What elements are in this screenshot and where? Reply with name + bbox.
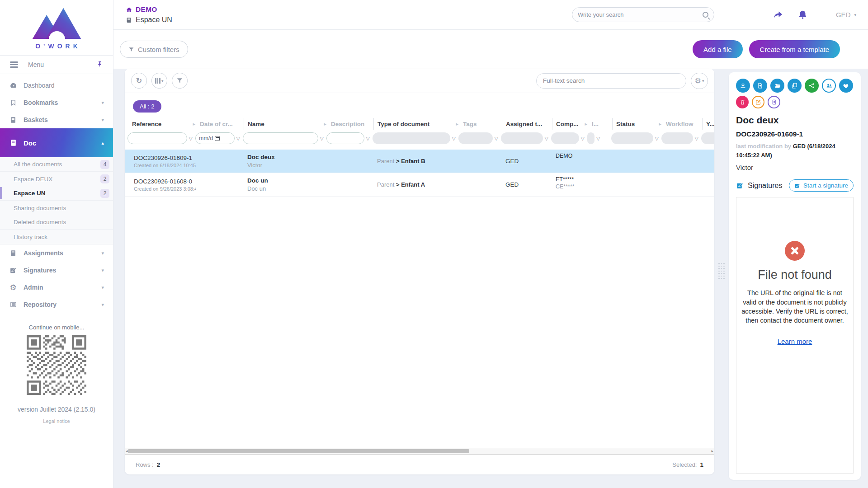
- create-from-template-button[interactable]: Create from a template: [749, 40, 840, 58]
- document-actions: [736, 79, 854, 108]
- dashboard-icon: [9, 81, 17, 89]
- column-header-company[interactable]: Comp...▸: [552, 118, 588, 130]
- sidebar-item-signatures[interactable]: Signatures ▾: [0, 262, 113, 279]
- refresh-button[interactable]: ↻: [131, 73, 147, 89]
- row-created: Created on 6/18/2024 10:45:22 AM: [134, 163, 196, 168]
- search-icon[interactable]: [703, 12, 708, 18]
- sidebar-item-history-track[interactable]: History track: [0, 230, 113, 244]
- add-file-button[interactable]: Add a file: [693, 40, 743, 58]
- download-icon: [740, 82, 746, 89]
- expand-icon[interactable]: ▸: [456, 121, 459, 127]
- expand-icon[interactable]: ▸: [324, 121, 327, 127]
- users-icon: [826, 82, 833, 89]
- sidebar-item-baskets[interactable]: Baskets ▾: [0, 111, 113, 128]
- filter-funnel-icon[interactable]: ▽: [596, 136, 600, 141]
- row-name: Doc un: [247, 177, 327, 184]
- column-header-i[interactable]: I...: [588, 118, 612, 130]
- sidebar-item-all-documents[interactable]: All the documents 4: [0, 157, 113, 172]
- column-header-description[interactable]: Description: [327, 118, 373, 130]
- share-nodes-icon: [808, 82, 815, 89]
- workspace: ↻ ▾ ⚙ ▾ All : 2 Reference▸ Date of cr...…: [113, 69, 868, 488]
- filter-disabled-status: [611, 132, 653, 144]
- sidebar-item-dashboard[interactable]: Dashboard: [0, 77, 113, 94]
- filter-input-reference[interactable]: [127, 132, 187, 144]
- menu-toggle[interactable]: Menu: [0, 55, 113, 74]
- favorite-button[interactable]: [839, 79, 853, 93]
- legal-notice-link[interactable]: Legal notice: [0, 418, 113, 424]
- scroll-left-arrow[interactable]: ◂: [126, 449, 128, 453]
- start-signature-button[interactable]: Start a signature: [789, 179, 854, 192]
- horizontal-scrollbar[interactable]: ◂ ▸: [125, 448, 714, 455]
- expand-icon[interactable]: ▸: [585, 121, 588, 127]
- filter-funnel-icon[interactable]: ▽: [189, 136, 193, 141]
- table-settings-button[interactable]: ⚙ ▾: [691, 73, 708, 89]
- doc-icon: [9, 139, 17, 147]
- panel-resize-handle[interactable]: [718, 263, 725, 279]
- filter-funnel-icon[interactable]: ▽: [695, 136, 698, 141]
- sidebar-item-espace-un[interactable]: Espace UN 2: [0, 186, 113, 201]
- open-folder-button[interactable]: [770, 79, 784, 93]
- expand-icon[interactable]: ▸: [659, 121, 662, 127]
- filter-funnel-icon[interactable]: ▽: [545, 136, 548, 141]
- filter-funnel-icon[interactable]: ▽: [366, 136, 370, 141]
- top-right-controls: GED ▾: [572, 7, 868, 22]
- download-button[interactable]: [736, 79, 750, 93]
- filter-button[interactable]: [172, 73, 188, 89]
- calendar-icon[interactable]: [215, 136, 220, 141]
- copy-button[interactable]: [788, 79, 802, 93]
- filter-input-description[interactable]: [326, 132, 364, 144]
- scroll-right-arrow[interactable]: ▸: [711, 449, 713, 453]
- breadcrumb: DEMO Espace UN: [113, 5, 172, 24]
- scrollbar-thumb[interactable]: [128, 449, 469, 453]
- sidebar-item-deleted-documents[interactable]: Deleted documents: [0, 215, 113, 230]
- pin-icon[interactable]: [96, 61, 103, 69]
- filter-funnel-icon[interactable]: ▽: [581, 136, 585, 141]
- column-header-date[interactable]: Date of cr...: [196, 118, 244, 130]
- column-header-status[interactable]: Status▸: [612, 118, 662, 130]
- column-header-workflow[interactable]: Workflow: [662, 118, 702, 130]
- global-search[interactable]: [572, 7, 714, 22]
- filter-funnel-icon[interactable]: ▽: [320, 136, 324, 141]
- learn-more-link[interactable]: Learn more: [778, 338, 812, 345]
- columns-button[interactable]: ▾: [151, 73, 167, 89]
- sidebar-item-sharing-documents[interactable]: Sharing documents: [0, 201, 113, 215]
- sidebar-item-repository[interactable]: Repository ▾: [0, 296, 113, 313]
- column-header-reference[interactable]: Reference▸: [128, 118, 196, 130]
- sidebar-item-admin[interactable]: ⚙ Admin ▾: [0, 279, 113, 296]
- delete-button[interactable]: [736, 96, 749, 108]
- custom-filters-button[interactable]: Custom filters: [120, 41, 188, 58]
- filter-funnel-icon[interactable]: ▽: [495, 136, 498, 141]
- sidebar-item-doc[interactable]: Doc ▴: [0, 128, 113, 157]
- filter-input-name[interactable]: [243, 132, 318, 144]
- breadcrumb-home[interactable]: DEMO: [126, 5, 172, 14]
- notifications-button[interactable]: [797, 9, 808, 20]
- add-version-button[interactable]: [753, 79, 767, 93]
- all-count-badge[interactable]: All : 2: [133, 100, 161, 113]
- global-search-input[interactable]: [578, 11, 703, 18]
- edit-button[interactable]: [752, 96, 764, 108]
- column-header-name[interactable]: Name▸: [244, 118, 327, 130]
- fulltext-search[interactable]: [536, 73, 686, 89]
- column-header-y[interactable]: Y...: [702, 118, 714, 130]
- fulltext-search-input[interactable]: [543, 77, 679, 84]
- document-icon: [771, 99, 777, 105]
- column-header-assigned[interactable]: Assigned t...: [502, 118, 552, 130]
- user-menu[interactable]: GED ▾: [836, 11, 856, 19]
- filter-funnel-icon[interactable]: ▽: [655, 136, 659, 141]
- share-button[interactable]: [772, 9, 784, 20]
- table-row[interactable]: DOC230926-01609-1 Created on 6/18/2024 1…: [125, 150, 714, 173]
- table-row[interactable]: DOC230926-01608-0 Created on 9/26/2023 3…: [125, 173, 714, 197]
- sidebar-item-bookmarks[interactable]: Bookmarks ▾: [0, 94, 113, 111]
- filter-funnel-icon[interactable]: ▽: [236, 136, 240, 141]
- share-button[interactable]: [805, 79, 819, 93]
- properties-button[interactable]: [768, 96, 780, 108]
- column-header-type[interactable]: Type of document▸: [373, 118, 459, 130]
- expand-icon[interactable]: ▸: [193, 121, 196, 127]
- column-header-tags[interactable]: Tags: [459, 118, 502, 130]
- filter-funnel-icon[interactable]: ▽: [452, 136, 456, 141]
- chevron-down-icon: ▾: [702, 79, 704, 83]
- filter-date-input[interactable]: mm/d: [195, 132, 235, 144]
- sidebar-item-assignments[interactable]: Assignments ▾: [0, 244, 113, 262]
- permissions-button[interactable]: [822, 79, 836, 93]
- sidebar-item-espace-deux[interactable]: Espace DEUX 2: [0, 172, 113, 186]
